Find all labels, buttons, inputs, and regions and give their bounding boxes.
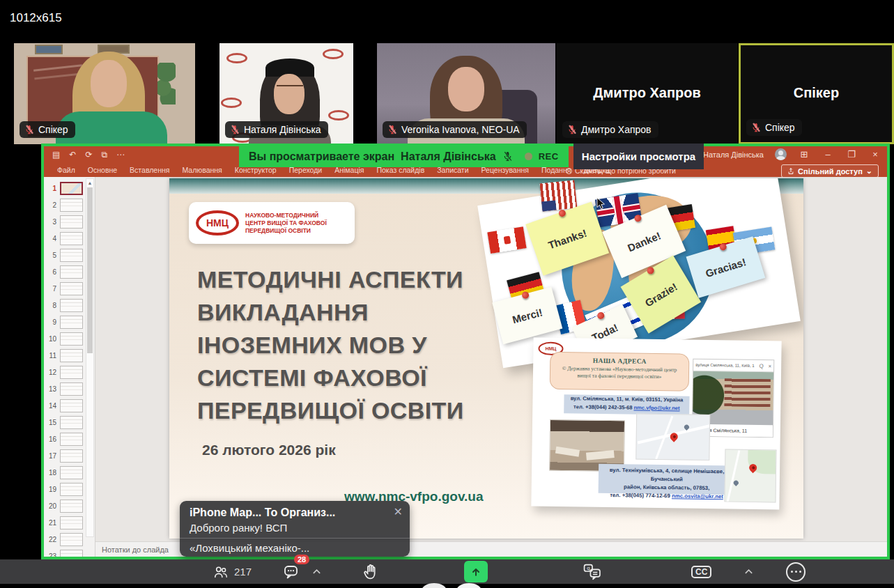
nmz-logo-icon: НМЦ: [196, 210, 239, 235]
more-options-button[interactable]: [786, 559, 806, 584]
chat-menu-chevron[interactable]: [312, 559, 321, 584]
address-kyiv-box: вул. Смілянська, 11, м. Київ, 03151, Укр…: [564, 394, 689, 415]
scroll-up-icon[interactable]: ▲: [86, 179, 93, 185]
participant-name: Наталя Дівінська: [244, 124, 321, 135]
redo-icon[interactable]: ⟳: [85, 150, 92, 160]
title-line: ВИКЛАДАННЯ: [197, 296, 464, 329]
ppt-share-label: Спільний доступ: [798, 167, 863, 176]
chat-popup-title: iPhone Мар... То Организ...: [180, 501, 410, 520]
captions-button[interactable]: CC: [691, 559, 711, 584]
slide-thumb-preview[interactable]: [60, 332, 83, 346]
slide-number: 21: [47, 519, 56, 527]
nmz-org-name: НАУКОВО-МЕТОДИЧНИЙ ЦЕНТР ВИЩОЇ ТА ФАХОВО…: [245, 212, 327, 235]
participant-face: [91, 60, 127, 107]
slide-thumb-preview[interactable]: [60, 232, 83, 245]
slide-number: 13: [47, 385, 56, 393]
slide-thumbnail-23[interactable]: 23: [44, 548, 95, 557]
view-settings-button[interactable]: Настройки просмотра: [573, 144, 704, 169]
slide-thumb-preview[interactable]: [60, 215, 83, 229]
video-tile-veronika[interactable]: Veronika Ivanova, NEO-UA: [377, 43, 555, 144]
slide-thumb-preview[interactable]: [60, 382, 83, 396]
participant-face: [274, 74, 305, 114]
slide-thumb-preview[interactable]: [60, 533, 83, 546]
sticky-note-merci: Merci!: [492, 287, 562, 345]
title-line: МЕТОДИЧНІ АСПЕКТИ: [197, 263, 464, 296]
slide-thumb-preview[interactable]: [60, 199, 83, 212]
slide-number: 2: [47, 201, 56, 209]
chat-notification-popup[interactable]: iPhone Мар... То Организ... Доброго ранк…: [180, 501, 410, 557]
video-tile-speaker-active[interactable]: Спікер Спікер: [739, 43, 894, 144]
customize-qat-icon[interactable]: ⋯: [116, 150, 125, 160]
undo-icon[interactable]: ↶: [69, 150, 76, 160]
building-windows: [724, 378, 771, 407]
mouse-cursor-icon: [596, 198, 606, 210]
account-name: Наталя Дівінська: [703, 150, 764, 159]
slide-thumb-preview[interactable]: [60, 249, 83, 262]
muted-mic-icon: [502, 151, 513, 162]
slide-number: 7: [47, 285, 56, 293]
slide-thumb-preview[interactable]: [60, 182, 83, 195]
close-icon[interactable]: ✕: [394, 505, 403, 518]
slide-thumb-preview[interactable]: [60, 299, 83, 312]
minimize-icon[interactable]: –: [822, 149, 834, 160]
pin-icon: [521, 291, 530, 300]
street-search-text: вулиця Смілянська, 11, Київ, 1: [695, 363, 755, 368]
chat-badge: 28: [294, 555, 309, 564]
screenshot-icon[interactable]: ⧉: [101, 150, 107, 160]
nmz-logo-card: НМЦ НАУКОВО-МЕТОДИЧНИЙ ЦЕНТР ВИЩОЇ ТА ФА…: [189, 202, 355, 244]
video-tile-natalia[interactable]: Наталя Дівінська: [219, 43, 353, 144]
ribbon-options-icon[interactable]: ⊞: [798, 149, 810, 160]
slide-thumb-preview[interactable]: [60, 500, 83, 513]
title-line: ПЕРЕДВИЩОЇ ОСВІТИ: [197, 394, 464, 427]
ribbon-tab[interactable]: Малювання: [176, 166, 228, 174]
ppt-share-button[interactable]: Спільний доступ ⌄: [781, 164, 879, 178]
thumbnail-scrollbar[interactable]: ▲: [86, 178, 94, 537]
slide-number: 9: [47, 318, 56, 326]
participant-display-name: Спікер: [741, 84, 892, 100]
quick-access-toolbar: ▤ ↶ ⟳ ⧉ ⋯: [52, 150, 125, 160]
slide-thumb-preview[interactable]: [60, 433, 83, 446]
account-avatar[interactable]: [775, 148, 787, 160]
chat-popup-message: Доброго ранку! ВСП: [180, 520, 410, 538]
reaction-bubble: [456, 583, 481, 588]
close-icon[interactable]: ×: [869, 149, 881, 160]
email-link[interactable]: nmc.vfpo@ukr.net: [633, 405, 679, 412]
address-line: вул. Технікумівська, 4, селище Немішаєве…: [599, 466, 735, 485]
reactions-button[interactable]: [362, 559, 379, 584]
slide-thumb-preview[interactable]: [60, 399, 83, 412]
slide-thumb-preview[interactable]: [60, 516, 83, 529]
slide-thumb-preview[interactable]: [60, 550, 83, 557]
captions-menu-chevron[interactable]: [744, 559, 753, 584]
slide-thumb-preview[interactable]: [60, 366, 83, 379]
nmz-logo-mark: [328, 110, 349, 121]
slide-thumb-preview[interactable]: [60, 466, 83, 479]
ribbon-tab[interactable]: Файл: [51, 166, 82, 174]
chat-button[interactable]: 28: [282, 559, 300, 584]
participant-name: Спікер: [38, 124, 68, 135]
video-tile-dmytro[interactable]: Дмитро Хапров Дмитро Хапров: [557, 43, 737, 144]
interpretation-button[interactable]: q: [583, 559, 602, 584]
save-icon[interactable]: ▤: [52, 150, 60, 160]
ribbon-tab[interactable]: Основне: [82, 166, 123, 174]
slide-thumb-preview[interactable]: [60, 416, 83, 429]
slide-thumb-preview[interactable]: [60, 282, 83, 295]
slide-thumb-preview[interactable]: [60, 483, 83, 496]
plant-decor: [157, 63, 176, 105]
chevron-down-icon: ⌄: [866, 167, 872, 176]
svg-text:q: q: [587, 565, 589, 571]
slide-thumb-preview[interactable]: [60, 265, 83, 279]
restore-icon[interactable]: ❐: [845, 149, 858, 160]
slide-thumb-preview[interactable]: [60, 316, 83, 329]
slide-number: 3: [47, 218, 56, 226]
slide-thumb-preview[interactable]: [60, 349, 83, 362]
ribbon-tab[interactable]: Вставлення: [123, 166, 176, 174]
slide-thumb-preview[interactable]: [60, 449, 83, 463]
scrollbar-thumb[interactable]: [87, 187, 93, 353]
participants-button[interactable]: 217: [213, 559, 252, 584]
video-tile-speaker-1[interactable]: Спікер: [14, 43, 195, 144]
slide-number: 19: [47, 486, 56, 493]
nmz-logo-mark: [226, 53, 247, 63]
share-screen-button[interactable]: [464, 559, 488, 584]
email-link[interactable]: nmc.osvita@ukr.net: [672, 493, 723, 500]
participant-name: Спікер: [765, 122, 795, 133]
